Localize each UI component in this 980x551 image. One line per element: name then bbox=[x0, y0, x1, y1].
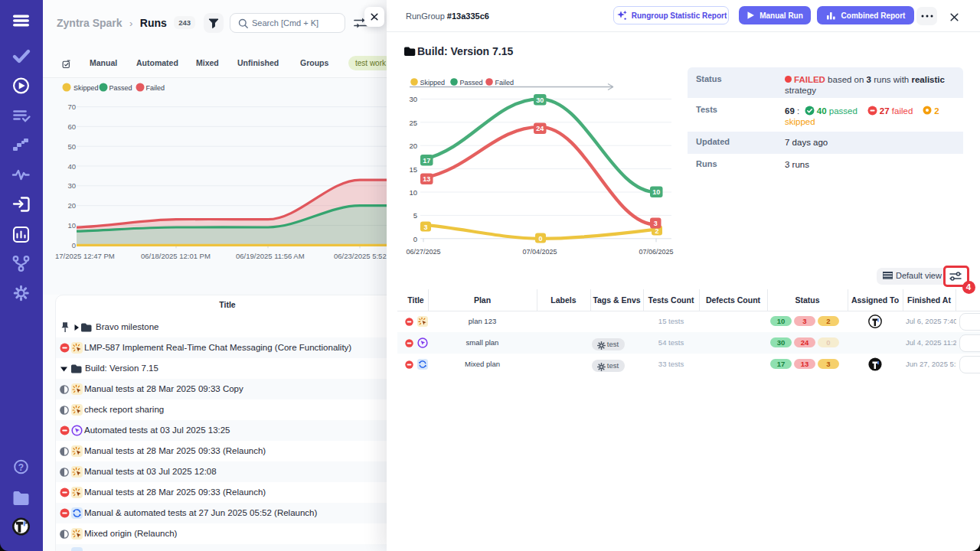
svg-text:06/27/2025: 06/27/2025 bbox=[406, 248, 440, 256]
svg-text:30: 30 bbox=[67, 181, 76, 190]
svg-text:30: 30 bbox=[409, 95, 417, 103]
svg-text:10: 10 bbox=[67, 221, 76, 230]
svg-text:Passed: Passed bbox=[109, 84, 132, 92]
svg-text:60: 60 bbox=[67, 122, 76, 131]
svg-text:24: 24 bbox=[536, 125, 544, 132]
svg-text:70: 70 bbox=[67, 103, 76, 111]
svg-text:17/2025 12:47 PM: 17/2025 12:47 PM bbox=[55, 252, 115, 260]
svg-text:30: 30 bbox=[536, 96, 544, 104]
svg-text:25: 25 bbox=[409, 119, 417, 127]
svg-text:?: ? bbox=[18, 462, 24, 473]
svg-text:06/23/2025 5:52 P: 06/23/2025 5:52 P bbox=[334, 252, 387, 260]
svg-text:3: 3 bbox=[654, 220, 658, 227]
svg-text:13: 13 bbox=[423, 175, 430, 183]
svg-text:20: 20 bbox=[409, 142, 417, 150]
svg-text:0: 0 bbox=[413, 235, 417, 243]
svg-text:20: 20 bbox=[67, 201, 76, 210]
svg-text:3: 3 bbox=[423, 223, 427, 231]
svg-text:40: 40 bbox=[67, 162, 76, 171]
svg-text:Skipped: Skipped bbox=[420, 79, 446, 86]
svg-text:15: 15 bbox=[409, 165, 417, 174]
svg-text:Passed: Passed bbox=[460, 79, 483, 86]
svg-text:10: 10 bbox=[409, 188, 417, 197]
svg-text:Failed: Failed bbox=[495, 79, 514, 86]
svg-text:5: 5 bbox=[413, 211, 417, 220]
svg-text:17: 17 bbox=[423, 157, 430, 165]
svg-text:0: 0 bbox=[72, 241, 76, 249]
svg-text:Failed: Failed bbox=[146, 84, 165, 92]
svg-text:07/04/2025: 07/04/2025 bbox=[522, 248, 557, 256]
svg-text:06/18/2025 12:01 PM: 06/18/2025 12:01 PM bbox=[141, 252, 211, 260]
svg-text:07/06/2025: 07/06/2025 bbox=[639, 248, 673, 256]
svg-text:50: 50 bbox=[67, 142, 76, 151]
svg-text:06/19/2025 11:56 AM: 06/19/2025 11:56 AM bbox=[236, 252, 305, 260]
svg-text:10: 10 bbox=[652, 188, 660, 196]
svg-text:Skipped: Skipped bbox=[74, 84, 99, 92]
svg-text:0: 0 bbox=[538, 235, 542, 243]
